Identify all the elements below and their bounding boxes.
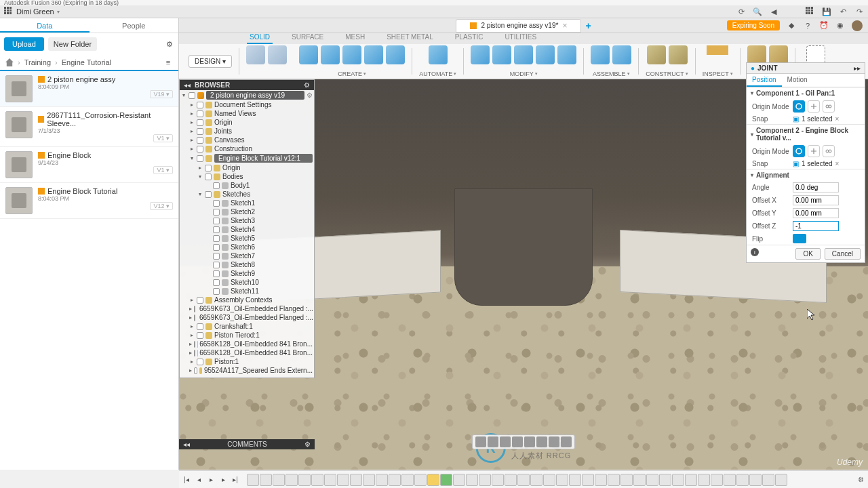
timeline-feature[interactable] (749, 474, 762, 486)
visibility-icon[interactable] (197, 297, 203, 304)
doc-tab[interactable]: 2 piston engine assy v19* × (456, 19, 581, 33)
timeline-feature[interactable] (453, 474, 465, 486)
visibility-icon[interactable] (205, 191, 212, 198)
tree-node[interactable]: ▸ Document Settings (180, 100, 314, 109)
ws-tab-plastic[interactable]: PLASTIC (452, 33, 486, 44)
tl-back-icon[interactable]: ◂ (194, 475, 203, 485)
ok-button[interactable]: OK (795, 248, 820, 260)
ws-tab-mesh[interactable]: MESH (342, 33, 368, 44)
timeline-feature[interactable] (595, 474, 607, 486)
tree-node[interactable]: ▸ Construction (180, 144, 314, 153)
c1-snap-clear-icon[interactable]: × (835, 115, 840, 123)
ribbon-tool-icon[interactable] (299, 45, 318, 64)
data-item[interactable]: Engine Block Tutorial 8:04:03 PM V12 ▾ (0, 183, 178, 219)
c1-snap-pick-icon[interactable]: ▣ (793, 115, 799, 123)
ws-tab-utilities[interactable]: UTILITIES (502, 33, 539, 44)
timeline-feature[interactable] (530, 474, 542, 486)
tree-node[interactable]: ▸ 6658K128_Oil-Embedded 841 Bron... (180, 348, 314, 357)
tree-node[interactable]: Sketch7 (180, 251, 314, 260)
browser-settings-icon[interactable]: ⚙ (304, 81, 310, 89)
ribbon-tool-icon[interactable] (707, 45, 728, 55)
timeline-feature[interactable] (337, 474, 349, 486)
browser-collapse-icon[interactable]: ◂◂ (184, 81, 191, 89)
timeline-feature[interactable] (311, 474, 323, 486)
tree-twisty-icon[interactable] (205, 235, 211, 241)
timeline-feature[interactable] (608, 474, 620, 486)
timeline-feature[interactable] (427, 474, 439, 486)
orbit-icon[interactable] (475, 436, 486, 447)
collapse-icon[interactable]: ◀ (769, 7, 778, 16)
tree-node[interactable]: ▸ 6659K673_Oil-Embedded Flanged :... (180, 313, 314, 322)
tree-twisty-icon[interactable]: ▸ (197, 165, 203, 171)
visibility-icon[interactable] (205, 165, 212, 171)
timeline-feature[interactable] (724, 474, 736, 486)
tree-twisty-icon[interactable] (205, 288, 211, 294)
notification-icon[interactable]: ⏰ (819, 21, 829, 30)
timeline-feature[interactable] (711, 474, 723, 486)
joint-expand-icon[interactable]: ▸▸ (854, 64, 861, 72)
grid-view-icon[interactable] (549, 436, 559, 447)
pin-icon[interactable]: ● (751, 64, 755, 72)
comments-bar[interactable]: ◂◂ COMMENTS ⚙ (179, 439, 315, 449)
zoom-icon[interactable] (500, 436, 511, 447)
timeline-feature[interactable] (247, 474, 259, 486)
save-icon[interactable]: 💾 (822, 7, 831, 16)
tree-twisty-icon[interactable]: ▸ (189, 332, 195, 338)
ribbon-tool-icon[interactable] (806, 45, 825, 64)
ws-tab-surface[interactable]: SURFACE (289, 33, 326, 44)
timeline-feature[interactable] (376, 474, 388, 486)
version-dropdown[interactable]: V19 ▾ (150, 90, 173, 98)
data-item[interactable]: 2 piston engine assy 8:04:09 PM V19 ▾ (0, 70, 178, 107)
tree-node[interactable]: ▸ 6658K128_Oil-Embedded 841 Bron... (180, 340, 314, 348)
visibility-icon[interactable] (213, 218, 220, 224)
tree-node[interactable]: ▾ Engine Block Tutorial v12:1 (180, 153, 314, 163)
timeline-feature[interactable] (285, 474, 298, 486)
ribbon-tool-icon[interactable] (471, 45, 490, 64)
tree-node[interactable]: ▾ Bodies (180, 172, 314, 181)
tab-data[interactable]: Data (0, 18, 90, 33)
visibility-icon[interactable] (213, 200, 220, 207)
tl-play-icon[interactable]: ▸ (206, 475, 216, 485)
timeline-feature[interactable] (633, 474, 646, 486)
user-avatar-icon[interactable] (852, 20, 863, 31)
tree-node[interactable]: Body1 (180, 181, 314, 190)
tree-node[interactable]: ▸ Canvases (180, 136, 314, 144)
timeline-feature[interactable] (260, 474, 272, 486)
refresh-icon[interactable]: ⟳ (736, 7, 746, 16)
visibility-icon[interactable] (213, 182, 220, 189)
visibility-icon[interactable] (194, 306, 195, 312)
tree-twisty-icon[interactable]: ▸ (189, 297, 195, 303)
tree-node[interactable]: Sketch2 (180, 207, 314, 216)
c2-snap-clear-icon[interactable]: × (835, 160, 840, 167)
joint-tab-motion[interactable]: Motion (782, 74, 813, 87)
tree-node[interactable]: Sketch6 (180, 243, 314, 251)
tree-node[interactable]: ▸ Piston Tierod:1 (180, 331, 314, 340)
offsety-input[interactable] (793, 208, 839, 218)
extension-icon[interactable]: ◆ (787, 21, 796, 30)
visibility-icon[interactable] (197, 119, 203, 126)
tree-twisty-icon[interactable]: ▸ (189, 367, 192, 373)
timeline-feature[interactable] (698, 474, 710, 486)
timeline-feature[interactable] (736, 474, 749, 486)
visibility-icon[interactable] (213, 235, 220, 242)
joint-section-c1[interactable]: Component 1 - Oil Pan:1 (747, 87, 865, 99)
c1-origin-mode-simple[interactable] (793, 100, 805, 113)
tree-twisty-icon[interactable] (205, 262, 211, 268)
visibility-icon[interactable] (194, 350, 195, 357)
ribbon-primary-icon[interactable] (246, 45, 265, 64)
sort-icon[interactable]: ≡ (163, 58, 173, 67)
visibility-icon[interactable] (213, 244, 220, 251)
version-dropdown[interactable]: V1 ▾ (153, 134, 173, 142)
tree-node[interactable]: Sketch11 (180, 287, 314, 296)
timeline-feature[interactable] (775, 474, 787, 486)
timeline-feature[interactable] (685, 474, 697, 486)
tree-twisty-icon[interactable]: ▸ (189, 137, 195, 143)
tl-start-icon[interactable]: |◂ (182, 475, 191, 485)
visibility-icon[interactable] (197, 359, 203, 365)
tree-twisty-icon[interactable]: ▾ (197, 191, 203, 197)
ribbon-group-label[interactable]: ASSEMBLE (593, 70, 630, 77)
tree-node[interactable]: Sketch5 (180, 234, 314, 243)
joint-section-c2[interactable]: Component 2 - Engine Block Tutorial v... (747, 125, 865, 144)
data-item[interactable]: Engine Block 9/14/23 V1 ▾ (0, 147, 178, 183)
tree-twisty-icon[interactable] (205, 182, 211, 188)
